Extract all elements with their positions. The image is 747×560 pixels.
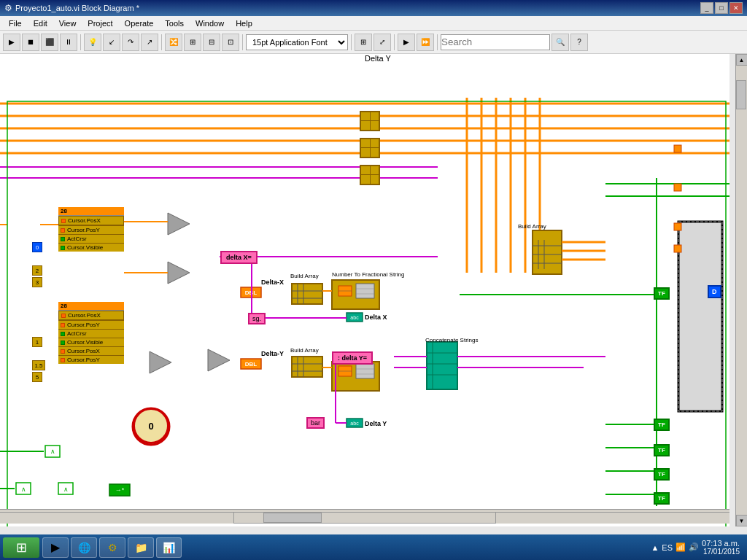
svg-text:abc: abc — [350, 421, 359, 426]
delta-y-node-label: Delta-Y — [261, 350, 284, 357]
svg-rect-102 — [674, 245, 681, 252]
cleanup-button[interactable]: 🔀 — [165, 34, 182, 51]
help-button[interactable]: ? — [570, 34, 588, 51]
toolbar-separator4 — [351, 34, 352, 50]
top-box-1 — [360, 111, 380, 131]
distribute-button[interactable]: ⊟ — [203, 34, 220, 51]
vertical-scrollbar[interactable]: ▲ ▼ — [735, 54, 747, 526]
menu-edit[interactable]: Edit — [28, 18, 53, 29]
tf-box-4: TF — [654, 468, 670, 481]
delta-x-text: Delta X — [365, 314, 387, 321]
title-text: Proyecto1_auto.vi Block Diagram * — [15, 4, 700, 12]
svg-rect-58 — [427, 342, 457, 389]
network-icon: 📶 — [676, 542, 686, 552]
taskbar-btn-3[interactable]: ⚙ — [99, 537, 125, 558]
svg-text:∧: ∧ — [50, 448, 55, 455]
delta-y-text2: Delta Y — [365, 420, 387, 427]
h-scroll-bar[interactable] — [233, 512, 496, 524]
system-tray: ▲ ES 📶 🔊 07:13 a.m. 17/01/2015 — [651, 539, 744, 556]
search-button[interactable]: 🔍 — [551, 34, 569, 51]
toolbar-separator — [80, 34, 81, 50]
concat-label: Concatenate Strings — [425, 337, 479, 343]
resize2-button[interactable]: ⤢ — [374, 34, 391, 51]
const-2: 2 — [32, 265, 42, 276]
main-area: DBL DBL — [0, 54, 747, 535]
menu-help[interactable]: Help — [230, 18, 258, 29]
taskbar-app-labview[interactable]: 📊 — [156, 537, 182, 558]
const-3: 3 — [32, 277, 42, 287]
svg-marker-26 — [150, 351, 171, 373]
svg-text:∧: ∧ — [21, 486, 26, 493]
tf-box-2: TF — [654, 419, 670, 431]
time-display: 07:13 a.m. — [702, 539, 740, 548]
minimize-button[interactable]: _ — [700, 2, 713, 14]
svg-text:→*: →* — [115, 486, 125, 494]
build-array-2-label: Build Array — [290, 347, 319, 354]
const-5: 5 — [32, 372, 42, 382]
h-scroll-left — [0, 512, 233, 524]
svg-rect-100 — [674, 184, 681, 191]
toolbar: ▶ ⏹ ⬛ ⏸ 💡 ↙ ↷ ↗ 🔀 ⊞ ⊟ ⊡ 15pt Application… — [0, 31, 747, 54]
maximize-button[interactable]: □ — [715, 2, 728, 14]
delta-x-eq-label: delta X= — [220, 251, 258, 264]
taskbar-btn-4[interactable]: 📁 — [128, 537, 154, 558]
svg-text:DBL: DBL — [245, 361, 258, 368]
close-button[interactable]: ✕ — [729, 2, 743, 14]
menu-window[interactable]: Window — [190, 18, 230, 29]
stop-button[interactable]: ⏹ — [22, 34, 39, 51]
resize-button[interactable]: ⊡ — [222, 34, 239, 51]
toolbar-separator5 — [394, 34, 395, 50]
d-box: D — [708, 285, 721, 298]
bar-label: bar — [306, 417, 325, 429]
circle-zero-indicator: 0 — [133, 408, 169, 444]
search-input[interactable] — [441, 34, 550, 50]
scroll-down-button[interactable]: ▼ — [736, 515, 748, 526]
menu-file[interactable]: File — [3, 18, 28, 29]
cursor-cluster-2: 28 Cursor.PosX Cursor.PosY ActCrsr Curso… — [58, 302, 124, 364]
menu-view[interactable]: View — [53, 18, 82, 29]
h-scroll-right — [496, 512, 729, 524]
menu-project[interactable]: Project — [82, 18, 118, 29]
const-1: 1 — [32, 337, 42, 347]
svg-rect-99 — [674, 145, 681, 152]
grid-button[interactable]: ⊞ — [355, 34, 372, 51]
h-scroll-thumb[interactable] — [263, 513, 322, 523]
start-button[interactable]: ⊞ — [3, 537, 39, 558]
run2-button[interactable]: ▶ — [398, 34, 415, 51]
run-button[interactable]: ▶ — [3, 34, 20, 51]
top-box-3 — [360, 165, 380, 185]
scroll-thumb[interactable] — [736, 80, 746, 109]
delta-y-eq-label: : delta Y= — [332, 351, 373, 365]
taskbar: ⊞ ▶ 🌐 ⚙ 📁 📊 ▲ ES 📶 🔊 07:13 a.m. 17/01/20… — [0, 534, 747, 560]
toolbar-separator3 — [242, 34, 243, 50]
svg-text:abc: abc — [350, 315, 359, 320]
scroll-track[interactable] — [736, 66, 748, 515]
svg-rect-45 — [356, 284, 374, 298]
step-over-button[interactable]: ↷ — [122, 34, 139, 51]
top-box-2 — [360, 138, 380, 158]
menu-bar: File Edit View Project Operate Tools Win… — [0, 16, 747, 31]
taskbar-btn-2[interactable]: 🌐 — [71, 537, 97, 558]
num-to-frac-label: Number To Fractional String — [332, 271, 404, 278]
pause-button[interactable]: ⏸ — [60, 34, 77, 51]
tf-box-1: TF — [654, 287, 670, 300]
scroll-up-button[interactable]: ▲ — [736, 54, 748, 66]
align-button[interactable]: ⊞ — [184, 34, 201, 51]
highlight-button[interactable]: 💡 — [84, 34, 101, 51]
stop2-button[interactable]: ⏩ — [417, 34, 434, 51]
toolbar-separator2 — [161, 34, 162, 50]
menu-operate[interactable]: Operate — [119, 18, 160, 29]
const-0: 0 — [32, 242, 42, 252]
step-into-button[interactable]: ↙ — [103, 34, 120, 51]
title-icon: ⚙ — [4, 3, 12, 13]
step-out-button[interactable]: ↗ — [141, 34, 158, 51]
taskbar-btn-1[interactable]: ▶ — [42, 537, 69, 558]
tray-icon-1: ▲ — [651, 543, 659, 552]
abort-button[interactable]: ⬛ — [41, 34, 58, 51]
svg-rect-37 — [292, 357, 322, 377]
tf-box-3: TF — [654, 444, 670, 456]
menu-tools[interactable]: Tools — [159, 18, 190, 29]
volume-icon: 🔊 — [689, 542, 699, 552]
diagram-canvas[interactable]: DBL DBL — [0, 54, 729, 526]
font-selector[interactable]: 15pt Application Font — [246, 34, 348, 50]
